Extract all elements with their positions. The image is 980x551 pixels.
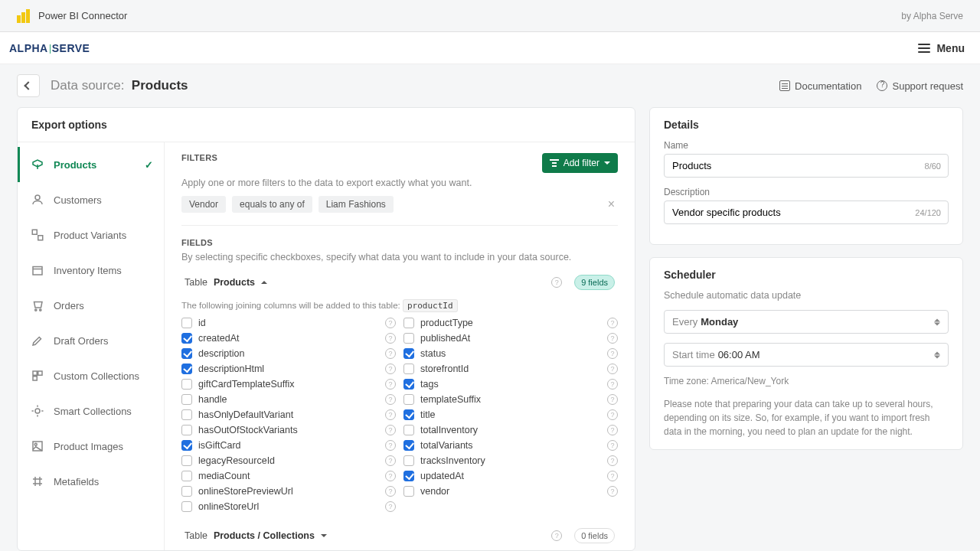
checkbox-tags[interactable] <box>403 379 414 390</box>
checkbox-updatedAt[interactable] <box>403 471 414 481</box>
info-icon[interactable] <box>607 318 618 328</box>
checkbox-hasOutOfStockVariants[interactable] <box>181 425 192 435</box>
checkbox-createdAt[interactable] <box>181 333 192 344</box>
sidebar-item-customers[interactable]: Customers <box>18 182 164 217</box>
frequency-select[interactable]: Every Monday <box>664 310 949 334</box>
field-label: publishedAt <box>420 333 470 344</box>
menu-label: Menu <box>936 42 965 54</box>
field-label: tags <box>420 379 439 390</box>
info-icon[interactable] <box>385 471 396 481</box>
checkbox-handle[interactable] <box>181 394 192 405</box>
info-icon[interactable] <box>607 440 618 451</box>
table-header-0[interactable]: Table Products / Collections 0 fields <box>181 523 618 548</box>
table-header-products[interactable]: Table Products 9 fields <box>181 270 618 295</box>
select-caret-icon <box>934 351 940 358</box>
add-filter-button[interactable]: Add filter <box>542 153 618 173</box>
checkbox-templateSuffix[interactable] <box>403 394 414 405</box>
info-icon[interactable] <box>607 394 618 405</box>
field-label: totalInventory <box>420 425 478 435</box>
info-icon[interactable] <box>385 455 396 466</box>
sidebar-item-smart-collections[interactable]: Smart Collections <box>18 393 164 429</box>
filter-chip-value[interactable]: Liam Fashions <box>318 196 394 213</box>
checkbox-totalInventory[interactable] <box>403 425 414 435</box>
info-icon[interactable] <box>385 425 396 435</box>
brand-left: ALPHA <box>9 42 48 54</box>
checkbox-storefrontId[interactable] <box>403 364 414 374</box>
field-label: descriptionHtml <box>198 364 264 374</box>
documentation-link[interactable]: Documentation <box>779 80 861 92</box>
info-icon[interactable] <box>385 379 396 390</box>
product-images-icon <box>31 439 44 453</box>
sidebar-item-product-variants[interactable]: Product Variants <box>18 217 164 253</box>
checkbox-descriptionHtml[interactable] <box>181 364 192 374</box>
scheduler-note: Please note that preparing your data can… <box>664 397 949 439</box>
sidebar-item-orders[interactable]: Orders <box>18 288 164 323</box>
checkbox-hasOnlyDefaultVariant[interactable] <box>181 409 192 420</box>
info-icon[interactable] <box>607 486 618 497</box>
back-button[interactable] <box>17 74 40 97</box>
hamburger-icon <box>918 44 930 53</box>
sidebar-item-label: Metafields <box>54 476 99 487</box>
sidebar-item-draft-orders[interactable]: Draft Orders <box>18 323 164 358</box>
select-caret-icon <box>934 318 940 325</box>
checkbox-publishedAt[interactable] <box>403 333 414 344</box>
field-label: hasOutOfStockVariants <box>198 425 298 435</box>
support-link[interactable]: Support request <box>877 80 963 92</box>
check-icon: ✓ <box>145 159 153 171</box>
info-icon[interactable] <box>385 409 396 420</box>
info-icon[interactable] <box>385 440 396 451</box>
info-icon[interactable] <box>385 394 396 405</box>
checkbox-vendor[interactable] <box>403 486 414 497</box>
info-icon[interactable] <box>607 364 618 374</box>
info-icon[interactable] <box>385 333 396 344</box>
sidebar-item-product-images[interactable]: Product Images <box>18 429 164 464</box>
info-icon[interactable] <box>385 501 396 512</box>
field-publishedAt: publishedAt <box>403 331 618 346</box>
page-title: Data source: Products <box>51 78 188 93</box>
info-icon[interactable] <box>607 409 618 420</box>
table-prefix: Table <box>185 277 207 288</box>
info-icon[interactable] <box>385 486 396 497</box>
info-icon[interactable] <box>607 348 618 359</box>
start-time-select[interactable]: Start time 06:00 AM <box>664 343 949 367</box>
filter-chip-op[interactable]: equals to any of <box>232 196 312 213</box>
checkbox-onlineStoreUrl[interactable] <box>181 501 192 512</box>
checkbox-isGiftCard[interactable] <box>181 440 192 451</box>
checkbox-id[interactable] <box>181 318 192 328</box>
checkbox-totalVariants[interactable] <box>403 440 414 451</box>
filter-chip-field[interactable]: Vendor <box>181 196 226 213</box>
info-icon[interactable] <box>385 348 396 359</box>
remove-filter-button[interactable]: × <box>605 197 618 211</box>
description-label: Description <box>664 187 949 197</box>
checkbox-status[interactable] <box>403 348 414 359</box>
timezone: Time zone: America/New_York <box>664 376 949 386</box>
checkbox-title[interactable] <box>403 409 414 420</box>
info-icon[interactable] <box>607 379 618 390</box>
checkbox-description[interactable] <box>181 348 192 359</box>
page-header: Data source: Products Documentation Supp… <box>0 64 980 107</box>
info-icon[interactable] <box>607 471 618 481</box>
sidebar-item-metafields[interactable]: Metafields <box>18 464 164 499</box>
checkbox-giftCardTemplateSuffix[interactable] <box>181 379 192 390</box>
description-input[interactable] <box>664 201 949 224</box>
checkbox-tracksInventory[interactable] <box>403 455 414 466</box>
info-icon[interactable] <box>607 333 618 344</box>
name-input[interactable] <box>664 154 949 178</box>
sidebar-item-custom-collections[interactable]: Custom Collections <box>18 358 164 393</box>
checkbox-productType[interactable] <box>403 318 414 328</box>
checkbox-onlineStorePreviewUrl[interactable] <box>181 486 192 497</box>
info-icon[interactable] <box>607 455 618 466</box>
checkbox-legacyResourceId[interactable] <box>181 455 192 466</box>
menu-button[interactable]: Menu <box>910 37 972 59</box>
app-name: Power BI Connector <box>38 10 127 21</box>
sidebar-item-products[interactable]: Products✓ <box>18 147 164 182</box>
sidebar-item-inventory-items[interactable]: Inventory Items <box>18 253 164 288</box>
checkbox-mediaCount[interactable] <box>181 471 192 481</box>
info-icon[interactable] <box>385 364 396 374</box>
info-icon[interactable] <box>551 530 562 541</box>
info-icon[interactable] <box>607 425 618 435</box>
info-icon[interactable] <box>551 277 562 288</box>
page-title-prefix: Data source: <box>51 78 124 93</box>
field-hasOutOfStockVariants: hasOutOfStockVariants <box>181 422 396 438</box>
info-icon[interactable] <box>385 318 396 328</box>
